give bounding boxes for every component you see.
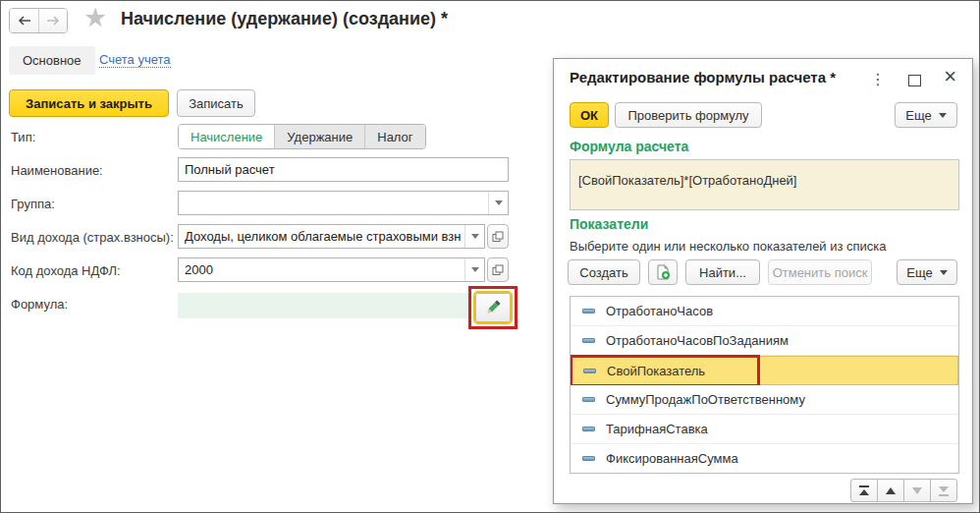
list-item[interactable]: ОтработаноЧасов [571,297,958,326]
name-label: Наименование: [11,163,103,178]
list-item-label: ТарифнаяСтавка [606,422,708,436]
ok-button[interactable]: ОК [570,102,609,128]
income-kind-dropdown-button[interactable] [464,225,484,248]
indicators-hint: Выберите один или несколько показателей … [570,239,887,254]
formula-field[interactable] [178,293,468,318]
favorite-star-icon[interactable]: ★ [83,5,107,31]
indicator-dash-icon [582,456,595,461]
type-option-accrual[interactable]: Начисление [179,125,274,148]
list-item[interactable]: ОтработаноЧасовПоЗаданиям [571,326,958,356]
create-by-copy-button[interactable] [648,259,678,285]
back-button[interactable] [10,9,38,32]
open-form-icon [492,231,504,243]
more-button-label: Еще [906,265,932,280]
move-to-bottom-icon [937,484,951,497]
close-icon[interactable]: × [944,64,956,89]
type-option-tax[interactable]: Налог [364,125,424,148]
move-to-top-button[interactable] [850,479,878,502]
ndfl-code-dropdown-button[interactable] [464,258,484,281]
forward-arrow-icon [45,15,61,27]
indicator-dash-icon [583,369,596,373]
chevron-down-icon [939,113,947,118]
formula-editor-dialog: Редактирование формулы расчета * ⋮ × ОК … [553,58,973,504]
pencil-icon [484,299,502,316]
income-kind-open-button[interactable] [487,224,509,249]
move-down-button[interactable] [903,479,931,502]
indicator-dash-icon [582,309,595,314]
name-input[interactable] [178,157,509,182]
indicator-dash-icon [582,338,595,343]
move-up-button[interactable] [877,479,904,502]
tab-accounts-link[interactable]: Счета учета [99,52,171,68]
ndfl-code-label: Код дохода НДФЛ: [11,263,121,278]
app-window: ★ Начисление (удержание) (создание) * Ос… [0,0,980,513]
type-option-deduction[interactable]: Удержание [274,125,364,148]
list-item[interactable]: СвойПоказатель [571,356,958,385]
list-item[interactable]: СуммуПродажПоОтветственному [571,385,958,415]
list-item-label: СвойПоказатель [607,364,705,378]
list-item-label: ОтработаноЧасовПоЗаданиям [606,333,789,348]
group-dropdown-button[interactable] [488,192,508,214]
check-formula-button[interactable]: Проверить формулу [615,102,762,128]
save-and-close-button[interactable]: Записать и закрыть [9,89,169,117]
create-button[interactable]: Создать [568,259,640,285]
list-item-label: ФиксированнаяСумма [606,451,738,466]
indicators-section-heading: Показатели [570,216,648,232]
more-button-label: Еще [905,108,931,123]
more-button-list[interactable]: Еще [897,259,957,285]
type-toggle: Начисление Удержание Налог [178,124,426,149]
edit-formula-button[interactable] [475,293,511,322]
maximize-icon[interactable] [908,75,921,86]
list-item[interactable]: ТарифнаяСтавка [571,415,958,444]
ndfl-code-open-button[interactable] [487,257,509,282]
back-arrow-icon [17,15,32,27]
formula-section-heading: Формула расчета [570,139,688,154]
formula-textarea[interactable]: [СвойПоказатель]*[ОтработаноДней] [570,159,959,210]
list-move-buttons [850,479,957,502]
group-label: Группа: [11,197,55,211]
move-up-icon [884,484,898,497]
dialog-menu-icon[interactable]: ⋮ [870,70,886,88]
dialog-title: Редактирование формулы расчета * [570,69,836,86]
page-title: Начисление (удержание) (создание) * [121,9,448,29]
group-input[interactable] [178,191,509,215]
ndfl-code-input[interactable] [178,257,485,282]
indicators-list: ОтработаноЧасовОтработаноЧасовПоЗаданиям… [570,296,959,474]
history-nav [9,8,68,33]
save-button[interactable]: Записать [177,89,255,117]
list-item[interactable]: ФиксированнаяСумма [571,444,958,474]
list-item-label: ОтработаноЧасов [606,304,713,318]
tab-basic[interactable]: Основное [9,46,95,75]
list-item-label: СуммуПродажПоОтветственному [606,392,805,407]
document-plus-icon [655,264,671,280]
cancel-search-button[interactable]: Отменить поиск [768,259,872,285]
open-form-icon [492,264,504,276]
formula-label: Формула: [11,297,68,312]
move-to-top-icon [857,484,871,497]
more-button-top[interactable]: Еще [895,102,957,128]
move-down-icon [910,484,924,497]
find-button[interactable]: Найти... [685,259,760,285]
income-kind-input[interactable] [178,224,485,249]
move-to-bottom-button[interactable] [930,479,957,502]
indicator-dash-icon [582,427,595,431]
indicator-dash-icon [582,397,595,402]
type-label: Тип: [11,130,35,144]
income-kind-label: Вид дохода (страх.взносы): [11,230,174,245]
annotation-highlight-pencil [468,286,517,329]
forward-button[interactable] [38,9,67,32]
chevron-down-icon [940,270,948,275]
